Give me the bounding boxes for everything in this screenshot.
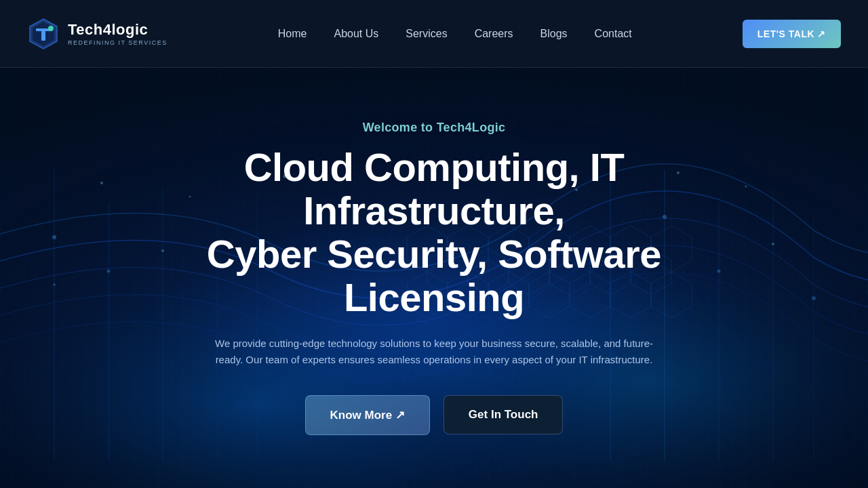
svg-rect-3 [41, 31, 45, 41]
hero-title-line2: Cyber Security, Software Licensing [207, 232, 661, 319]
nav-blogs[interactable]: Blogs [540, 28, 568, 39]
hero-content: Welcome to Tech4Logic Cloud Computing, I… [156, 121, 712, 434]
logo[interactable]: Tech4logic REDEFINING IT SERVICES [27, 18, 167, 50]
nav-careers[interactable]: Careers [475, 28, 513, 39]
brand-name: Tech4logic [68, 21, 167, 39]
brand-tagline: REDEFINING IT SERVICES [68, 39, 167, 46]
know-more-button[interactable]: Know More ↗ [305, 395, 430, 435]
hero-title: Cloud Computing, IT Infrastructure, Cybe… [170, 146, 698, 319]
nav-services[interactable]: Services [406, 28, 447, 39]
nav-about[interactable]: About Us [334, 28, 378, 39]
hero-title-line1: Cloud Computing, IT Infrastructure, [244, 145, 625, 232]
navbar: Tech4logic REDEFINING IT SERVICES Home A… [0, 0, 868, 68]
nav-links: Home About Us Services Careers Blogs Con… [278, 28, 632, 40]
lets-talk-button[interactable]: LET'S TALK ↗ [743, 20, 841, 48]
logo-text: Tech4logic REDEFINING IT SERVICES [68, 21, 167, 46]
svg-point-4 [48, 26, 54, 31]
hero-description: We provide cutting-edge technology solut… [203, 336, 665, 368]
hero-section: Welcome to Tech4Logic Cloud Computing, I… [0, 68, 868, 488]
hero-subtitle: Welcome to Tech4Logic [170, 121, 698, 135]
hero-buttons: Know More ↗ Get In Touch [170, 395, 698, 435]
nav-contact[interactable]: Contact [595, 28, 632, 39]
logo-icon [27, 18, 60, 50]
get-in-touch-button[interactable]: Get In Touch [443, 395, 564, 434]
nav-home[interactable]: Home [278, 28, 307, 39]
